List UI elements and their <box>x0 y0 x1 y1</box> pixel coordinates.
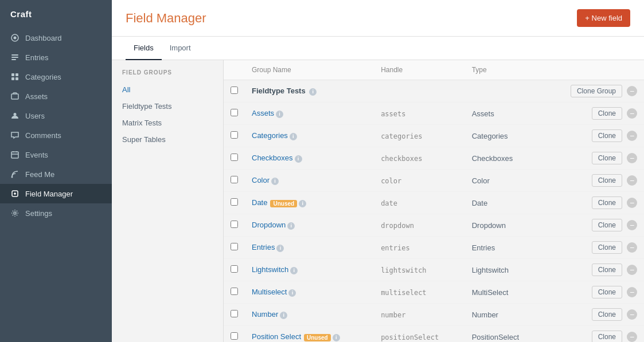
field-info-icon[interactable]: i <box>276 245 284 252</box>
field-checkbox[interactable] <box>231 288 238 295</box>
clone-field-button[interactable]: Clone <box>592 241 622 254</box>
sidebar-item-entries[interactable]: Entries <box>0 48 112 67</box>
field-checkbox[interactable] <box>231 332 238 340</box>
field-info-icon[interactable]: i <box>290 267 298 274</box>
field-name-link[interactable]: Lightswitch <box>252 265 288 274</box>
group-item-super-tables[interactable]: Super Tables <box>112 131 223 148</box>
remove-field-button[interactable]: − <box>627 265 637 275</box>
new-field-button[interactable]: + New field <box>577 9 630 27</box>
field-name-link[interactable]: Number <box>252 310 278 319</box>
group-info-icon[interactable]: i <box>309 88 317 96</box>
clone-field-button[interactable]: Clone <box>592 264 622 276</box>
field-info-icon[interactable]: i <box>287 222 295 230</box>
clone-field-button[interactable]: Clone <box>592 129 622 142</box>
field-checkbox[interactable] <box>231 154 238 161</box>
field-name-cell: Lightswitchi <box>245 259 374 281</box>
field-name-link[interactable]: Checkboxes <box>252 154 293 162</box>
clone-field-button[interactable]: Clone <box>592 196 622 209</box>
field-actions-cell: Clone− <box>542 214 644 237</box>
remove-field-button[interactable]: − <box>627 108 637 119</box>
remove-field-button[interactable]: − <box>627 332 637 342</box>
field-name-link[interactable]: Date <box>252 198 267 207</box>
sidebar-item-dashboard[interactable]: Dashboard <box>0 28 112 48</box>
clone-field-button[interactable]: Clone <box>592 174 622 187</box>
field-checkbox[interactable] <box>231 198 238 206</box>
field-name-link[interactable]: Categories <box>252 131 288 140</box>
field-info-icon[interactable]: i <box>276 111 283 118</box>
field-checkbox[interactable] <box>231 176 238 183</box>
clone-field-button[interactable]: Clone <box>592 107 622 120</box>
field-name-link[interactable]: Multiselect <box>252 288 287 296</box>
field-handle-cell: lightswitch <box>374 259 465 281</box>
sidebar-item-feed-me[interactable]: Feed Me <box>0 164 112 184</box>
unused-badge: Unused <box>304 334 331 341</box>
field-info-icon[interactable]: i <box>290 133 297 140</box>
group-item-fieldtype-tests[interactable]: Fieldtype Tests <box>112 98 223 115</box>
clone-field-button[interactable]: Clone <box>592 308 622 321</box>
field-actions-cell: Clone− <box>542 103 644 125</box>
sidebar-item-events[interactable]: Events <box>0 145 112 164</box>
sidebar-item-users[interactable]: Users <box>0 106 112 125</box>
sidebar-item-field-manager[interactable]: Field Manager <box>0 184 112 203</box>
dashboard-icon <box>10 33 19 42</box>
field-handle-text: checkboxes <box>381 155 422 163</box>
group-item-all[interactable]: All <box>112 81 223 98</box>
remove-field-button[interactable]: − <box>627 220 637 230</box>
field-info-icon[interactable]: i <box>333 334 340 341</box>
field-name-cell: Entriesi <box>245 237 374 259</box>
remove-field-button[interactable]: − <box>627 175 637 186</box>
remove-field-button[interactable]: − <box>627 198 637 208</box>
table-row: MultiselectimultiselectMultiSelectClone− <box>224 281 644 304</box>
sidebar-item-assets[interactable]: Assets <box>0 87 112 106</box>
clone-field-button[interactable]: Clone <box>592 286 622 298</box>
remove-field-button[interactable]: − <box>627 153 637 163</box>
field-type-cell: MultiSelect <box>465 281 542 304</box>
field-handle-cell: checkboxes <box>374 147 465 170</box>
sidebar-item-comments[interactable]: Comments <box>0 125 112 145</box>
table-row: ColoricolorColorClone− <box>224 170 644 192</box>
field-info-icon[interactable]: i <box>280 312 287 319</box>
field-checkbox[interactable] <box>231 243 238 250</box>
remove-field-button[interactable]: − <box>627 242 637 253</box>
field-checkbox[interactable] <box>231 109 238 116</box>
field-handle-text: multiselect <box>381 289 426 297</box>
group-checkbox[interactable] <box>231 87 238 94</box>
col-group-name: Group Name <box>245 60 374 80</box>
field-info-icon[interactable]: i <box>299 200 306 207</box>
tab-import[interactable]: Import <box>162 37 199 60</box>
field-info-icon[interactable]: i <box>295 155 302 163</box>
field-name-cell: Checkboxesi <box>245 147 374 170</box>
field-name-link[interactable]: Position Select <box>252 332 301 341</box>
fields-table-panel: Group Name Handle Type Fieldtype Tests <box>224 60 644 342</box>
field-checkbox[interactable] <box>231 131 238 139</box>
group-name-text: Fieldtype Tests <box>252 87 306 95</box>
field-info-icon[interactable]: i <box>271 178 279 185</box>
field-name-link[interactable]: Dropdown <box>252 221 286 229</box>
tab-fields[interactable]: Fields <box>126 37 162 60</box>
field-type-cell: Entries <box>465 237 542 259</box>
clone-field-button[interactable]: Clone <box>592 152 622 164</box>
tabs-bar: Fields Import <box>112 37 644 60</box>
field-type-cell: Color <box>465 170 542 192</box>
field-handle-text: entries <box>381 244 410 252</box>
field-checkbox[interactable] <box>231 221 238 228</box>
remove-field-button[interactable]: − <box>627 131 637 141</box>
remove-field-button[interactable]: − <box>627 309 637 320</box>
sidebar-item-label: Settings <box>25 209 52 218</box>
sidebar-item-settings[interactable]: Settings <box>0 203 112 223</box>
group-item-matrix-tests[interactable]: Matrix Tests <box>112 115 223 131</box>
field-checkbox[interactable] <box>231 265 238 273</box>
sidebar-item-label: Entries <box>25 53 48 62</box>
field-name-link[interactable]: Entries <box>252 243 275 251</box>
field-name-link[interactable]: Color <box>252 176 270 184</box>
field-checkbox[interactable] <box>231 310 238 317</box>
remove-field-button[interactable]: − <box>627 287 637 297</box>
field-info-icon[interactable]: i <box>288 289 296 297</box>
clone-field-button[interactable]: Clone <box>592 331 622 342</box>
clone-group-button[interactable]: Clone Group <box>571 85 622 97</box>
field-name-link[interactable]: Assets <box>252 109 274 117</box>
sidebar-item-categories[interactable]: Categories <box>0 67 112 87</box>
field-name-cell: Assetsi <box>245 103 374 125</box>
remove-group-button[interactable]: − <box>627 86 637 96</box>
clone-field-button[interactable]: Clone <box>592 219 622 231</box>
